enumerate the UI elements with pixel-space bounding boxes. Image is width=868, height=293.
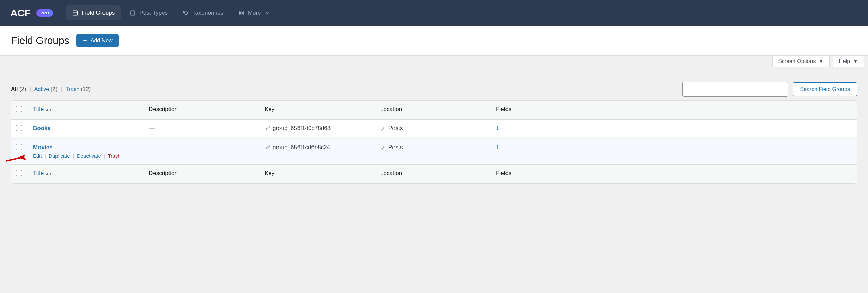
separator: | [59, 86, 64, 92]
row-checkbox[interactable] [16, 125, 22, 131]
help-button[interactable]: Help ▼ [833, 56, 864, 67]
nav-field-groups[interactable]: Field Groups [66, 5, 121, 20]
col-description: Description [144, 101, 260, 120]
filter-tabs: All (2) | Active (2) | Trash (12) [11, 86, 91, 92]
nav-items: Field Groups Post Types Taxonomies More [66, 5, 277, 20]
brand-logo: ACF [10, 7, 30, 19]
row-location-cell: Posts [375, 120, 491, 139]
select-all-footer [11, 164, 28, 183]
action-trash[interactable]: Trash [108, 153, 121, 159]
separator: | [43, 153, 47, 159]
field-groups-table: Title▲▾ Description Key Location Fields … [11, 100, 857, 184]
nav-more-label: More [248, 10, 261, 16]
action-edit[interactable]: Edit [33, 153, 42, 159]
table-wrap: Title▲▾ Description Key Location Fields … [0, 100, 868, 194]
col-location: Location [375, 101, 491, 120]
screen-options-label: Screen Options [778, 58, 816, 64]
sort-icon: ▲▾ [45, 107, 52, 112]
row-fields-cell: 1 [491, 139, 857, 164]
row-key-cell: group_656f1d0c78d68 [260, 120, 375, 139]
col-location: Location [375, 164, 491, 183]
page-title: Field Groups [11, 35, 69, 46]
add-new-label: Add New [91, 37, 113, 44]
svg-rect-0 [73, 11, 78, 15]
col-key: Key [260, 101, 375, 120]
select-all-checkbox[interactable] [16, 170, 22, 176]
nav-taxonomies-label: Taxonomies [192, 10, 223, 16]
tag-icon [183, 10, 189, 16]
row-title-link[interactable]: Movies [33, 144, 53, 151]
svg-marker-13 [18, 154, 26, 160]
nav-more[interactable]: More [232, 5, 277, 20]
filter-all[interactable]: All [11, 86, 18, 92]
post-icon [130, 10, 136, 16]
table-row: Movies Edit | Duplicate | Deactivate | T… [11, 139, 857, 164]
plus-icon [82, 38, 88, 43]
add-new-button[interactable]: Add New [76, 34, 119, 47]
select-all-checkbox[interactable] [16, 106, 22, 112]
row-checkbox-cell [11, 139, 28, 164]
page-header: Field Groups Add New [0, 26, 868, 56]
select-all-header [11, 101, 28, 120]
row-fields-link[interactable]: 1 [496, 125, 499, 132]
row-location-cell: Posts [375, 139, 491, 164]
row-actions: Edit | Duplicate | Deactivate | Trash [33, 153, 139, 159]
key-icon [264, 126, 270, 131]
row-title-cell: Movies Edit | Duplicate | Deactivate | T… [28, 139, 144, 164]
row-checkbox[interactable] [16, 144, 22, 150]
col-title[interactable]: Title▲▾ [28, 101, 144, 120]
row-key-value: group_656f1cd6e8c24 [273, 144, 330, 151]
search-input[interactable] [682, 82, 788, 97]
filter-all-count: (2) [19, 86, 26, 92]
chevron-down-icon [264, 10, 271, 16]
row-title-cell: Books [28, 120, 144, 139]
grid-icon [238, 10, 244, 16]
svg-rect-9 [242, 14, 243, 15]
col-title[interactable]: Title▲▾ [28, 164, 144, 183]
action-deactivate[interactable]: Deactivate [77, 153, 101, 159]
action-duplicate[interactable]: Duplicate [49, 153, 70, 159]
caret-down-icon: ▼ [818, 58, 824, 64]
separator: | [102, 153, 107, 159]
filter-row: All (2) | Active (2) | Trash (12) Search… [0, 67, 868, 100]
screen-options-row: Screen Options ▼ Help ▼ [0, 56, 868, 67]
nav-taxonomies[interactable]: Taxonomies [177, 5, 229, 20]
nav-post-types-label: Post Types [139, 10, 168, 16]
filter-active-count: (2) [51, 86, 58, 92]
table-row: Books — group_656f1d0c78d68 Posts 1 [11, 120, 857, 139]
layout-icon [72, 10, 78, 16]
search-area: Search Field Groups [682, 82, 857, 97]
row-description-cell: — [144, 120, 260, 139]
svg-rect-7 [242, 11, 243, 13]
separator: | [71, 153, 76, 159]
nav-field-groups-label: Field Groups [82, 10, 115, 16]
row-key-value: group_656f1d0c78d68 [273, 125, 331, 132]
arrow-annotation [6, 152, 26, 163]
pin-icon [380, 145, 386, 150]
table-header-row: Title▲▾ Description Key Location Fields [11, 101, 857, 120]
row-location-value: Posts [388, 144, 403, 151]
svg-rect-6 [239, 11, 241, 13]
col-fields: Fields [491, 101, 857, 120]
col-key: Key [260, 164, 375, 183]
svg-rect-8 [239, 14, 241, 15]
caret-down-icon: ▼ [853, 58, 858, 64]
filter-active[interactable]: Active [34, 86, 49, 92]
row-location-value: Posts [388, 125, 403, 132]
filter-trash[interactable]: Trash [66, 86, 79, 92]
nav-post-types[interactable]: Post Types [124, 5, 174, 20]
search-button[interactable]: Search Field Groups [793, 82, 857, 96]
svg-point-5 [184, 12, 185, 12]
row-description-cell: — [144, 139, 260, 164]
row-checkbox-cell [11, 120, 28, 139]
pro-badge: PRO [36, 9, 53, 17]
pin-icon [380, 126, 386, 131]
row-title-link[interactable]: Books [33, 125, 51, 132]
svg-line-14 [6, 157, 24, 161]
row-key-cell: group_656f1cd6e8c24 [260, 139, 375, 164]
row-fields-link[interactable]: 1 [496, 144, 499, 151]
separator: | [28, 86, 33, 92]
sort-icon: ▲▾ [45, 171, 52, 176]
help-label: Help [839, 58, 850, 64]
screen-options-button[interactable]: Screen Options ▼ [772, 56, 830, 67]
